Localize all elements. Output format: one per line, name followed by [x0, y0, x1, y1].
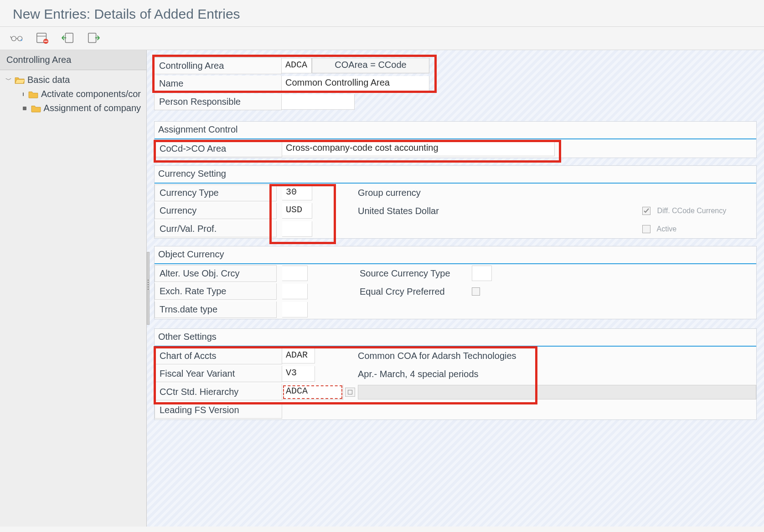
- input-name[interactable]: Common Controlling Area: [282, 76, 429, 92]
- input-source-currency-type[interactable]: [472, 266, 492, 281]
- checkbox-equal-crcy[interactable]: [472, 287, 480, 296]
- folder-open-icon: [15, 76, 25, 84]
- delete-row-icon[interactable]: [36, 31, 49, 44]
- label-exch-rate-type: Exch. Rate Type: [155, 283, 277, 300]
- label-chart-of-accts: Chart of Accts: [155, 348, 282, 364]
- svg-point-0: [11, 36, 16, 41]
- label-source-currency-type: Source Currency Type: [353, 268, 472, 279]
- input-exch-rate-type[interactable]: [282, 284, 308, 299]
- input-cctr-std-hierarchy[interactable]: ADCA: [282, 384, 343, 400]
- label-trns-date-type: Trns.date type: [155, 302, 277, 318]
- tree-item-assignment[interactable]: Assignment of company: [5, 101, 142, 115]
- button-coarea-ccode[interactable]: COArea = CCode: [312, 58, 429, 73]
- text-currency-type-desc: Group currency: [351, 188, 470, 198]
- label-fiscal-year-variant: Fiscal Year Variant: [155, 366, 282, 382]
- caret-down-icon: ﹀: [5, 76, 12, 84]
- tree-item-label: Activate components/cor: [41, 89, 141, 99]
- input-controlling-area[interactable]: ADCA: [282, 58, 312, 73]
- svg-rect-7: [65, 33, 73, 43]
- label-person-responsible: Person Responsible: [154, 94, 282, 110]
- folder-icon: [28, 90, 38, 98]
- tree-root-label: Basic data: [27, 75, 70, 85]
- svg-rect-8: [88, 33, 96, 43]
- label-controlling-area: Controlling Area: [154, 57, 282, 74]
- svg-rect-6: [44, 41, 48, 42]
- toolbar: [0, 27, 764, 50]
- label-currval-prof: Curr/Val. Prof.: [155, 221, 277, 237]
- text-currency-desc: United States Dollar: [351, 206, 470, 216]
- input-cocd-coarea[interactable]: Cross-company-code cost accounting: [282, 141, 555, 156]
- input-currval-prof[interactable]: [282, 221, 312, 237]
- glasses-icon[interactable]: [10, 31, 24, 44]
- main-area: Controlling Area ADCA COArea = CCode Nam…: [147, 50, 764, 527]
- tree-item-label: Assignment of company: [44, 103, 141, 113]
- folder-icon: [31, 104, 41, 113]
- f4-help-icon[interactable]: [345, 388, 355, 397]
- tree-item-activate[interactable]: Activate components/cor: [5, 87, 142, 101]
- svg-point-2: [21, 39, 22, 41]
- label-equal-crcy: Equal Crcy Preferred: [353, 286, 472, 297]
- sidebar-header: Controlling Area: [0, 50, 146, 70]
- text-cctr-desc: [358, 385, 756, 399]
- label-cocd-coarea: CoCd->CO Area: [155, 140, 282, 157]
- text-fyv-desc: Apr.- March, 4 special periods: [351, 369, 485, 379]
- input-chart-of-accts[interactable]: ADAR: [282, 348, 315, 363]
- label-cctr-std-hierarchy: CCtr Std. Hierarchy: [155, 384, 282, 400]
- input-person-responsible[interactable]: [282, 94, 355, 110]
- label-alter-use-obj: Alter. Use Obj. Crcy: [155, 265, 277, 282]
- section-assignment-control: Assignment Control: [155, 122, 756, 139]
- section-other-settings: Other Settings: [155, 329, 756, 347]
- input-fiscal-year-variant[interactable]: V3: [282, 366, 315, 382]
- input-currency-type[interactable]: 30: [282, 185, 312, 200]
- bullet-icon: [23, 107, 26, 110]
- page-title: New Entries: Details of Added Entries: [13, 6, 751, 22]
- sidebar: Controlling Area ﹀ Basic data Activate c…: [0, 50, 147, 527]
- label-diff-ccode: Diff. CCode Currency: [657, 207, 726, 215]
- tree-root[interactable]: ﹀ Basic data: [5, 73, 142, 87]
- checkbox-active: [642, 225, 650, 233]
- bullet-icon: [23, 92, 24, 96]
- label-leading-fs-version: Leading FS Version: [155, 402, 282, 419]
- splitter-handle[interactable]: [147, 252, 150, 325]
- prev-entry-icon[interactable]: [61, 31, 75, 44]
- next-entry-icon[interactable]: [87, 31, 100, 44]
- label-currency: Currency: [155, 203, 277, 219]
- label-name: Name: [154, 76, 282, 92]
- section-currency-setting: Currency Setting: [155, 166, 756, 184]
- input-currency[interactable]: USD: [282, 203, 312, 219]
- input-alter-use-obj[interactable]: [282, 266, 308, 281]
- label-currency-type: Currency Type: [155, 184, 277, 201]
- input-trns-date-type[interactable]: [282, 302, 308, 317]
- text-chart-desc: Common COA for Adarsh Technologies: [351, 351, 523, 361]
- label-active: Active: [657, 225, 677, 233]
- checkbox-diff-ccode: [642, 207, 650, 215]
- section-object-currency: Object Currency: [155, 246, 756, 264]
